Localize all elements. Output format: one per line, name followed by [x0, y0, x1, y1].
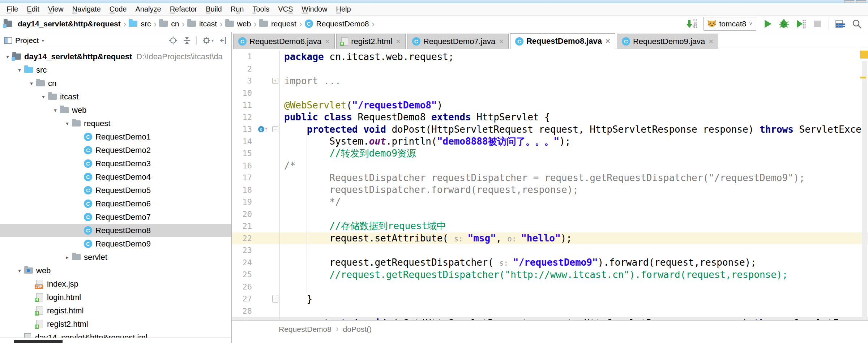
tree-item-login-html[interactable]: Hlogin.html: [0, 291, 231, 304]
tab-requestdemo8-java[interactable]: CRequestDemo8.java×: [510, 33, 615, 49]
code-line-2[interactable]: 2: [232, 63, 868, 75]
breadcrumb-item-requestdemo8[interactable]: CRequestDemo8: [305, 20, 369, 28]
editor-breadcrumb-method[interactable]: doPost(): [343, 325, 372, 334]
maximize-button[interactable]: [856, 0, 866, 3]
menu-build[interactable]: Build: [201, 4, 226, 14]
tree-item-requestdemo6[interactable]: CRequestDemo6: [0, 197, 231, 210]
breadcrumb-item-web[interactable]: web: [225, 20, 251, 28]
tree-item-requestdemo3[interactable]: CRequestDemo3: [0, 157, 231, 170]
breadcrumb-item-cn[interactable]: cn: [159, 20, 179, 28]
editor-breadcrumb-class[interactable]: RequestDemo8: [279, 325, 332, 334]
tree-collapse-chevron[interactable]: ▾: [27, 80, 36, 87]
tree-item-requestdemo1[interactable]: CRequestDemo1: [0, 130, 231, 143]
locate-file-button[interactable]: [169, 36, 178, 45]
close-icon[interactable]: ×: [499, 38, 504, 46]
run-config-select[interactable]: tomcat8 ˅: [703, 17, 756, 31]
minimize-button[interactable]: [844, 0, 854, 3]
code-line-3[interactable]: 3+import ...: [232, 75, 868, 87]
code-line-17[interactable]: 17 RequestDispatcher requestDispatcher =…: [232, 172, 868, 184]
menu-refactor[interactable]: Refactor: [166, 4, 202, 14]
run-button[interactable]: [762, 18, 773, 30]
breadcrumb-item-itcast[interactable]: itcast: [187, 20, 217, 28]
code-line-1[interactable]: 1package cn.itcast.web.request;: [232, 51, 868, 63]
code-line-20[interactable]: 20: [232, 208, 868, 220]
fold-end-icon[interactable]: [272, 295, 278, 303]
menu-window[interactable]: Window: [297, 4, 332, 14]
code-line-16[interactable]: 16/*: [232, 160, 868, 172]
editor-scrollbar[interactable]: [862, 61, 867, 319]
panel-title[interactable]: Project: [15, 36, 39, 45]
update-project-button[interactable]: 011001: [686, 18, 697, 30]
tree-collapse-chevron[interactable]: ▾: [15, 267, 24, 274]
settings-button[interactable]: ▾: [202, 36, 214, 45]
override-method-icon[interactable]: ↑: [261, 320, 265, 320]
menu-navigate[interactable]: Navigate: [68, 4, 105, 14]
tab-regist2-html[interactable]: Hregist2.html×: [336, 34, 406, 49]
code-line-26[interactable]: 26: [232, 281, 868, 293]
tree-item-request[interactable]: ▾request: [0, 117, 231, 130]
tree-collapse-chevron[interactable]: ▾: [3, 53, 12, 60]
tree-item-regist-html[interactable]: Hregist.html: [0, 304, 231, 317]
code-line-18[interactable]: 18 requestDispatcher.forward(request,res…: [232, 184, 868, 196]
tree-item-src[interactable]: ▾src: [0, 63, 231, 77]
menu-run[interactable]: Run: [226, 4, 248, 14]
tree-item-itcast[interactable]: ▾itcast: [0, 90, 231, 103]
tree-item-day14-servlet-http-request[interactable]: ▾day14_servlet&http&requestD:\IdeaProjec…: [0, 50, 231, 63]
hide-panel-button[interactable]: [219, 36, 227, 45]
tree-item-index-jsp[interactable]: JSPindex.jsp: [0, 277, 231, 291]
tab-requestdemo7-java[interactable]: CRequestDemo7.java×: [407, 34, 509, 49]
tab-requestdemo9-java[interactable]: CRequestDemo9.java×: [617, 34, 718, 49]
menu-analyze[interactable]: Analyze: [131, 4, 165, 14]
code-line-29[interactable]: 29↑ protected void doGet(HttpServletRequ…: [232, 317, 868, 320]
tab-requestdemo6-java[interactable]: CRequestDemo6.java×: [233, 34, 335, 49]
code-line-23[interactable]: 23: [232, 244, 868, 257]
override-method-icon[interactable]: o: [258, 126, 264, 132]
code-line-25[interactable]: 25 //request.getRequestDispatcher("http:…: [232, 269, 868, 281]
tree-collapse-chevron[interactable]: ▾: [51, 107, 60, 113]
code-line-24[interactable]: 24 request.getRequestDispatcher( s: "/re…: [232, 257, 868, 269]
fold-collapse-icon[interactable]: −: [272, 126, 278, 132]
code-line-15[interactable]: 15 //转发到demo9资源: [232, 147, 868, 160]
tree-item-cn[interactable]: ▾cn: [0, 77, 231, 90]
close-icon[interactable]: ×: [325, 38, 330, 46]
tree-collapse-chevron[interactable]: ▾: [39, 94, 48, 100]
breadcrumb-item-src[interactable]: src: [129, 20, 151, 28]
tree-item-requestdemo5[interactable]: CRequestDemo5: [0, 184, 231, 197]
tree-item-regist2-html[interactable]: Hregist2.html: [0, 317, 231, 331]
tree-item-web[interactable]: ▾web: [0, 103, 231, 117]
tool-windows-button[interactable]: [835, 18, 846, 30]
code-editor[interactable]: 1package cn.itcast.web.request;23+import…: [232, 49, 868, 320]
tree-collapse-chevron[interactable]: ▾: [15, 67, 24, 73]
code-line-28[interactable]: 28: [232, 305, 868, 317]
tree-item-requestdemo7[interactable]: CRequestDemo7: [0, 210, 231, 224]
code-line-10[interactable]: 10: [232, 87, 868, 99]
menu-help[interactable]: Help: [332, 4, 355, 14]
code-line-22[interactable]: 22 request.setAttribute( s: "msg", o: "h…: [232, 232, 868, 245]
tree-item-servlet[interactable]: ▸servlet: [0, 250, 231, 264]
menu-vcs[interactable]: VCS: [274, 4, 297, 14]
code-line-14[interactable]: 14 System.out.println("demo8888被访问了。。。")…: [232, 136, 868, 148]
close-icon[interactable]: ×: [709, 38, 713, 46]
code-line-13[interactable]: 13o↑− protected void doPost(HttpServletR…: [232, 123, 868, 136]
fold-expand-icon[interactable]: +: [272, 78, 278, 84]
code-line-21[interactable]: 21 //存储数据到request域中: [232, 220, 868, 232]
code-line-12[interactable]: 12public class RequestDemo8 extends Http…: [232, 111, 868, 124]
run-with-coverage-button[interactable]: [795, 18, 806, 30]
tree-item-requestdemo8[interactable]: CRequestDemo8: [0, 224, 231, 237]
breadcrumb-project[interactable]: day14_servlet&http&request: [18, 20, 121, 28]
menu-code[interactable]: Code: [105, 4, 131, 14]
close-icon[interactable]: ×: [606, 37, 610, 45]
tree-item-requestdemo4[interactable]: CRequestDemo4: [0, 170, 231, 184]
menu-file[interactable]: File: [2, 4, 22, 14]
tree-expand-chevron[interactable]: ▸: [63, 254, 72, 261]
menu-tools[interactable]: Tools: [248, 4, 274, 14]
menu-edit[interactable]: Edit: [22, 4, 43, 14]
code-line-19[interactable]: 19 */: [232, 196, 868, 208]
tree-collapse-chevron[interactable]: ▾: [63, 120, 72, 127]
tree-item-requestdemo2[interactable]: CRequestDemo2: [0, 143, 231, 157]
tree-item-web[interactable]: ▾web: [0, 264, 231, 277]
search-everywhere-button[interactable]: [851, 18, 862, 30]
menu-view[interactable]: View: [44, 4, 68, 14]
collapse-all-button[interactable]: [183, 36, 191, 45]
debug-button[interactable]: [779, 18, 790, 30]
